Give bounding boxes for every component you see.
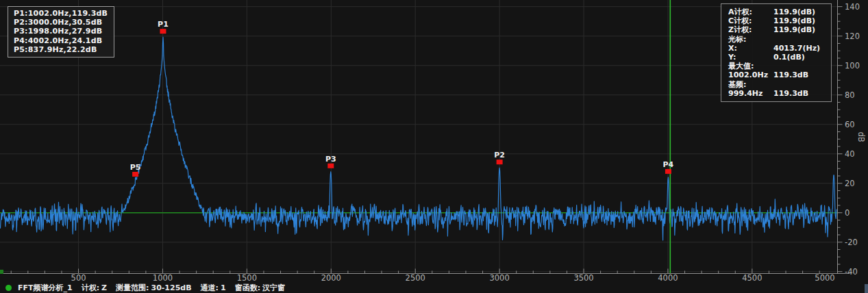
peak-marker-P4[interactable] xyxy=(665,169,671,174)
info-label: C计权: xyxy=(728,16,773,25)
info-label: X: xyxy=(728,44,773,53)
peak-readout-line: P1:1002.0Hz,119.3dB xyxy=(14,9,108,18)
peak-readout-line: P4:4002.0Hz,24.1dB xyxy=(14,36,108,45)
y-tick-label: 60 xyxy=(845,120,855,129)
status-item-label: 窗函数: xyxy=(235,283,260,292)
x-axis-ticks: 500100015002000250030003500400045005000 xyxy=(11,269,834,283)
peak-marker-P1[interactable] xyxy=(160,29,166,34)
peak-readout-line: P2:3000.0Hz,30.5dB xyxy=(14,18,108,27)
info-panel-row: C计权:119.9(dB) xyxy=(728,16,826,25)
y-tick-label: 120 xyxy=(845,31,860,41)
y-tick-label: 100 xyxy=(845,61,860,71)
status-item-label: 通道: xyxy=(201,283,219,292)
axis-left-indicator xyxy=(0,270,3,274)
y-axis-unit-label: dB xyxy=(856,131,866,142)
status-item-value: Z xyxy=(101,283,107,292)
info-panel-row: 999.4Hz119.3dB xyxy=(728,89,826,98)
info-label: 1002.0Hz xyxy=(728,71,773,79)
peak-marker-label: P4 xyxy=(663,160,674,169)
info-panel-row: X:4013.7(Hz) xyxy=(728,44,826,53)
status-item: 测量范围:30-125dB xyxy=(116,283,192,293)
info-panel-row: A计权:119.9(dB) xyxy=(728,8,826,16)
peak-marker-label: P5 xyxy=(130,163,141,172)
y-tick-label: 140 xyxy=(845,2,860,12)
y-tick-label: 20 xyxy=(845,179,855,188)
status-item-value: 汉宁窗 xyxy=(262,283,285,292)
status-item: 通道:1 xyxy=(201,283,226,293)
info-label: 光标: xyxy=(728,35,773,44)
x-tick-label: 4000 xyxy=(658,273,678,282)
info-label: 999.4Hz xyxy=(728,89,773,98)
x-tick-label: 2000 xyxy=(321,273,341,282)
x-tick-label: 500 xyxy=(71,273,86,282)
info-value: 119.9(dB) xyxy=(773,25,826,34)
x-tick-label: 1500 xyxy=(237,273,257,282)
peak-marker-P5[interactable] xyxy=(132,172,138,177)
series-indicator-dot xyxy=(5,285,12,291)
y-tick-label: -40 xyxy=(845,267,858,277)
spectrum-trace xyxy=(0,37,837,240)
peak-marker-label: P3 xyxy=(325,155,336,164)
status-item-label: 测量范围: xyxy=(116,283,149,292)
peak-marker-label: P1 xyxy=(158,20,169,29)
y-tick-label: 80 xyxy=(845,90,855,100)
status-item-value: 30-125dB xyxy=(151,283,191,292)
x-tick-label: 5000 xyxy=(815,273,834,282)
x-tick-label: 2500 xyxy=(406,273,425,282)
info-panel-row: 最大值: xyxy=(728,62,826,71)
x-tick-label: 3000 xyxy=(489,273,509,282)
grid-lines xyxy=(0,0,837,274)
info-label: 基频: xyxy=(728,80,773,89)
status-item-label: 计权: xyxy=(82,283,99,292)
status-bar: FFT频谱分析_1 计权:Z测量范围:30-125dB通道:1窗函数:汉宁窗 xyxy=(0,282,868,293)
info-label: Z计权: xyxy=(728,25,773,34)
y-tick-label: -20 xyxy=(845,238,858,247)
cursor-info-panel: A计权:119.9(dB)C计权:119.9(dB)Z计权:119.9(dB)光… xyxy=(721,3,832,102)
peak-marker-label: P2 xyxy=(494,151,505,160)
info-panel-row: 1002.0Hz119.3dB xyxy=(728,71,826,79)
status-item: 窗函数:汉宁窗 xyxy=(235,283,285,293)
resize-corner[interactable] xyxy=(865,284,868,293)
info-value xyxy=(773,62,826,71)
peak-markers: P1P2P3P4P5 xyxy=(130,20,674,177)
info-panel-row: 光标: xyxy=(728,35,826,44)
status-item-value: 1 xyxy=(221,283,226,292)
peak-readout-line: P5:837.9Hz,22.2dB xyxy=(14,45,108,54)
status-item: 计权:Z xyxy=(82,283,107,293)
info-label: A计权: xyxy=(728,8,773,16)
series-legend-item[interactable]: FFT频谱分析_1 xyxy=(18,283,73,293)
info-panel-row: Y:0.1(dB) xyxy=(728,53,826,62)
info-value: 4013.7(Hz) xyxy=(773,44,826,53)
info-value: 0.1(dB) xyxy=(773,53,826,62)
peak-marker-P3[interactable] xyxy=(327,164,334,168)
info-value xyxy=(773,80,826,89)
peak-readout-line: P3:1998.0Hz,27.9dB xyxy=(14,27,108,36)
info-panel-row: 基频: xyxy=(728,80,826,89)
x-tick-label: 3500 xyxy=(573,273,593,282)
info-value: 119.9(dB) xyxy=(773,16,826,25)
info-value: 119.3dB xyxy=(773,89,826,98)
info-value: 119.9(dB) xyxy=(773,8,826,16)
y-tick-label: 0 xyxy=(845,208,850,218)
y-tick-label: 40 xyxy=(845,149,855,159)
peak-readout-box: P1:1002.0Hz,119.3dBP2:3000.0Hz,30.5dBP3:… xyxy=(8,6,114,58)
x-tick-label: 1000 xyxy=(153,273,173,282)
peak-marker-P2[interactable] xyxy=(497,160,503,164)
info-value: 119.3dB xyxy=(773,71,826,79)
info-label: 最大值: xyxy=(728,62,773,71)
fft-analyzer-window: 500100015002000250030003500400045005000-… xyxy=(0,0,868,293)
info-label: Y: xyxy=(728,53,773,62)
info-panel-row: Z计权:119.9(dB) xyxy=(728,25,826,34)
info-value xyxy=(773,35,826,44)
x-tick-label: 4500 xyxy=(742,273,762,282)
